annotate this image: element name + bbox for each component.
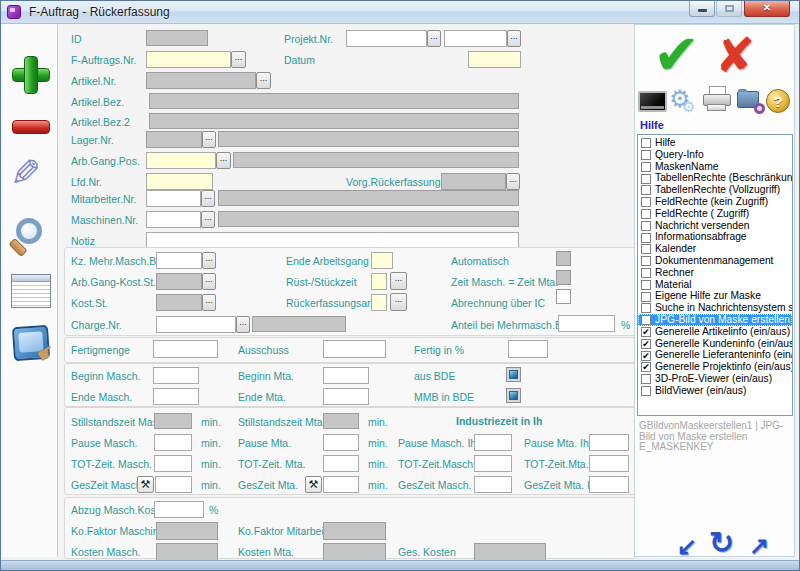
maximize-button[interactable] [716,1,742,17]
option-checkbox[interactable] [641,280,651,290]
screen-icon[interactable] [638,91,667,112]
ende-mta-field[interactable] [323,388,369,405]
maske-option[interactable]: Nachricht versenden [638,220,792,232]
ruest-field[interactable] [371,273,387,290]
fertigmenge-field[interactable] [153,340,218,358]
pause-mta-ih-field[interactable] [589,434,629,451]
geszeit-masch-ih-field[interactable] [474,476,512,493]
option-checkbox[interactable] [641,292,651,302]
abrechnung-checkbox[interactable] [556,289,571,304]
maske-option[interactable]: Dokumentenmanagement [638,255,792,267]
maske-option[interactable]: FeldRechte (kein Zugriff) [638,196,792,208]
aus-bde-button[interactable] [506,367,521,382]
close-button[interactable] [744,1,790,17]
charge-lookup-button[interactable]: ... [236,316,250,333]
maske-option[interactable]: JPG-Bild von Maske erstellen [638,314,792,326]
maske-option[interactable]: ✔Generelle Projektinfo (ein/aus) [638,361,792,373]
arbgangpos-field[interactable] [146,152,216,169]
option-checkbox[interactable] [641,138,651,148]
mitarbeiter-lookup-button[interactable]: ... [201,190,215,207]
option-checkbox[interactable] [641,162,651,172]
option-checkbox[interactable]: ✔ [641,351,651,361]
settings-gears-icon[interactable]: ⚙⚙ [669,85,699,113]
tot-mta-ih-field[interactable] [589,455,629,472]
maske-option[interactable]: ✔Generelle Lieferanteninfo (ein/aus) [638,349,792,361]
geszeit-masch-field[interactable] [155,476,192,493]
option-checkbox[interactable] [641,374,651,384]
charge-field[interactable] [156,316,236,333]
projekt-lookup-button-2[interactable]: ... [507,30,521,47]
maske-option[interactable]: Query-Info [638,149,792,161]
beginn-masch-field[interactable] [153,367,199,384]
option-checkbox[interactable] [641,150,651,160]
option-checkbox[interactable] [641,256,651,266]
ok-check-icon[interactable]: ✔ [653,27,700,83]
maske-option[interactable]: Material [638,279,792,291]
anteil-field[interactable] [558,315,615,332]
delete-icon[interactable] [12,120,50,134]
datum-field[interactable] [468,51,521,68]
geszeit-mta-tools-icon[interactable]: ⚒ [305,476,322,493]
maske-option[interactable]: Rechner [638,267,792,279]
mmb-bde-button[interactable] [506,388,521,403]
document-search-icon[interactable] [737,89,763,112]
option-checkbox[interactable] [641,221,651,231]
projekt-field[interactable] [346,30,427,47]
maske-option[interactable]: FeldRechte ( Zugriff) [638,208,792,220]
print-icon[interactable] [703,90,731,112]
maske-option[interactable]: TabellenRechte (Beschränkung) [638,172,792,184]
option-checkbox[interactable] [641,233,651,243]
search-icon[interactable] [16,218,42,244]
maske-option[interactable]: Eigene Hilfe zur Maske [638,290,792,302]
option-checkbox[interactable] [641,185,651,195]
nav-forward-arrow-icon[interactable]: ↗ [749,532,769,560]
maschinen-lookup-button[interactable]: ... [201,211,215,228]
edit-pencil-icon[interactable]: ✎ [10,154,41,194]
maske-option[interactable]: MaskenName [638,161,792,173]
cancel-x-icon[interactable]: ✘ [715,32,755,80]
option-checkbox[interactable] [641,197,651,207]
maske-option[interactable]: Hilfe [638,137,792,149]
pause-masch-ih-field[interactable] [474,434,512,451]
kz-field[interactable] [156,252,202,269]
option-checkbox[interactable] [641,315,651,325]
rueckart-field[interactable] [371,294,387,311]
maske-options-list[interactable]: HilfeQuery-InfoMaskenNameTabellenRechte … [637,134,793,416]
mitarbeiter-field[interactable] [146,190,201,207]
option-checkbox[interactable]: ✔ [641,327,651,337]
projekt-lookup-button[interactable]: ... [427,30,441,47]
option-checkbox[interactable] [641,303,651,313]
geszeit-mta-field[interactable] [323,476,359,493]
maske-option[interactable]: BildViewer (ein/aus) [638,385,792,397]
fauftrag-lookup-button[interactable]: ... [231,51,246,68]
projekt-field-2[interactable] [444,30,507,47]
option-checkbox[interactable] [641,386,651,396]
option-checkbox[interactable] [641,268,651,278]
ende-masch-field[interactable] [153,388,199,405]
tot-masch-field[interactable] [154,455,192,472]
maske-option[interactable]: Kalender [638,243,792,255]
vorg-lookup-button[interactable]: ... [506,173,520,190]
geszeit-mta-ih-field[interactable] [589,476,629,493]
geszeit-masch-tools-icon[interactable]: ⚒ [137,476,154,493]
artikel-lookup-button[interactable]: ... [256,72,271,89]
arbgangpos-lookup-button[interactable]: ... [216,152,231,169]
minimize-button[interactable] [689,1,715,17]
beginn-mta-field[interactable] [323,367,369,384]
maske-option[interactable]: ✔Generelle Kundeninfo (ein/aus) [638,338,792,350]
maske-option[interactable]: ✔Generelle Artikelinfo (ein/aus) [638,326,792,338]
kostst-lookup-button[interactable]: ... [202,294,216,311]
select-screen-icon[interactable] [12,325,50,361]
maske-option[interactable]: TabellenRechte (Vollzugriff) [638,184,792,196]
nav-back-arrow-icon[interactable]: ↙ [677,533,697,561]
tot-masch-ih-field[interactable] [474,455,512,472]
maske-option[interactable]: Informationsabfrage [638,231,792,243]
pause-masch-field[interactable] [154,434,192,451]
maske-option[interactable]: Suche in Nachrichtensystem speichern [638,302,792,314]
rueckart-lookup-button[interactable]: ... [390,293,407,311]
option-checkbox[interactable] [641,174,651,184]
pause-mta-field[interactable] [323,434,359,451]
option-checkbox[interactable] [641,244,651,254]
maschinen-field[interactable] [146,211,201,228]
help-icon[interactable]: ? [766,89,790,113]
